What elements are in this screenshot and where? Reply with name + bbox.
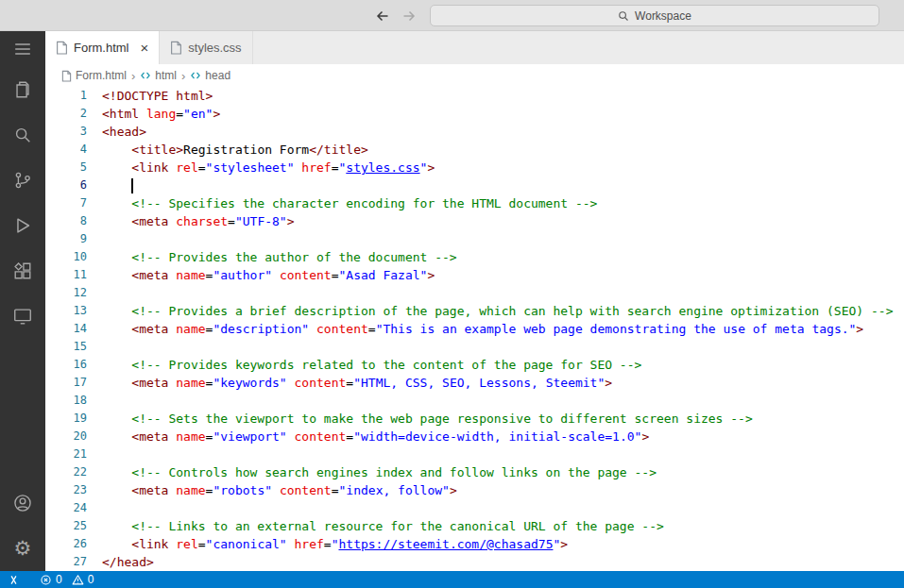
code-line[interactable]: 7 <!-- Specifies the character encoding …	[45, 194, 904, 212]
code-text: <!DOCTYPE html>	[102, 87, 213, 105]
settings-button[interactable]: ⚙	[0, 526, 45, 571]
arrow-right-icon	[401, 8, 417, 24]
remote-explorer-icon	[12, 306, 33, 327]
extensions-icon	[12, 260, 33, 281]
line-number[interactable]: 27	[45, 553, 87, 571]
code-line[interactable]: 24	[45, 499, 904, 517]
line-number[interactable]: 19	[45, 410, 87, 428]
line-number[interactable]: 2	[45, 105, 87, 123]
code-line[interactable]: 22 <!-- Controls how search engines inde…	[45, 463, 904, 481]
code-line[interactable]: 15	[45, 338, 904, 356]
code-text: <meta name="keywords" content="HTML, CSS…	[102, 374, 612, 392]
symbol-tag-icon	[190, 70, 201, 81]
workspace-search-label: Workspace	[635, 9, 691, 23]
line-number[interactable]: 9	[45, 230, 87, 248]
back-button[interactable]	[374, 8, 391, 25]
line-number[interactable]: 4	[45, 141, 87, 159]
code-line[interactable]: 12	[45, 284, 904, 302]
close-icon[interactable]: ×	[141, 41, 149, 55]
code-text: <link rel="canonical" href="https://stee…	[102, 535, 568, 553]
text-cursor	[131, 178, 133, 193]
code-line[interactable]: 13 <!-- Provides a brief description of …	[45, 302, 904, 320]
extensions-button[interactable]	[0, 248, 45, 294]
line-number[interactable]: 1	[45, 87, 87, 105]
code-text: <!-- Provides keywords related to the co…	[102, 356, 641, 374]
breadcrumb-separator: ›	[131, 69, 135, 83]
account-button[interactable]	[0, 480, 45, 526]
code-line[interactable]: 21	[45, 445, 904, 463]
code-line[interactable]: 18	[45, 392, 904, 410]
code-line[interactable]: 19 <!-- Sets the viewport to make the we…	[45, 410, 904, 428]
code-line[interactable]: 9	[45, 230, 904, 248]
code-line[interactable]: 20 <meta name="viewport" content="width=…	[45, 428, 904, 445]
line-number[interactable]: 7	[45, 194, 87, 212]
line-number[interactable]: 25	[45, 517, 87, 535]
code-line[interactable]: 3<head>	[45, 123, 904, 141]
code-text: </head>	[102, 553, 154, 571]
search-icon	[12, 125, 33, 145]
line-number[interactable]: 18	[45, 392, 87, 410]
line-number[interactable]: 10	[45, 248, 87, 266]
code-line[interactable]: 4 <title>Registration Form</title>	[45, 141, 904, 159]
tab-bar: Form.html × styles.css	[45, 31, 904, 64]
line-number[interactable]: 26	[45, 535, 87, 553]
code-area: 1<!DOCTYPE html>2<html lang="en">3<head>…	[45, 87, 904, 571]
line-number[interactable]: 6	[45, 176, 87, 194]
run-debug-button[interactable]	[0, 203, 45, 248]
breadcrumb-item-html[interactable]: html	[140, 69, 177, 82]
explorer-button[interactable]	[0, 67, 45, 112]
line-number[interactable]: 11	[45, 266, 87, 284]
line-number[interactable]: 12	[45, 284, 87, 302]
code-line[interactable]: 6	[45, 176, 904, 194]
line-number[interactable]: 13	[45, 302, 87, 320]
code-line[interactable]: 25 <!-- Links to an external resource fo…	[45, 517, 904, 535]
code-line[interactable]: 5 <link rel="stylesheet" href="styles.cs…	[45, 159, 904, 176]
code-line[interactable]: 27</head>	[45, 553, 904, 571]
code-line[interactable]: 1<!DOCTYPE html>	[45, 87, 904, 105]
search-view-button[interactable]	[0, 112, 45, 158]
line-number[interactable]: 3	[45, 123, 87, 141]
workspace-search-box[interactable]: Workspace	[430, 5, 879, 26]
code-line[interactable]: 14 <meta name="description" content="Thi…	[45, 320, 904, 338]
code-line[interactable]: 17 <meta name="keywords" content="HTML, …	[45, 374, 904, 392]
code-line[interactable]: 8 <meta charset="UTF-8">	[45, 212, 904, 230]
code-line[interactable]: 11 <meta name="author" content="Asad Faz…	[45, 266, 904, 284]
line-number[interactable]: 23	[45, 481, 87, 499]
code-line[interactable]: 10 <!-- Provides the author of the docum…	[45, 248, 904, 266]
menu-button[interactable]	[0, 31, 45, 67]
line-number[interactable]: 5	[45, 159, 87, 176]
forward-button[interactable]	[401, 8, 418, 25]
problems-panel-toggle[interactable]: 0 0	[40, 573, 99, 586]
tab-form-html[interactable]: Form.html ×	[45, 31, 160, 64]
title-bar: Workspace	[0, 0, 904, 31]
line-number[interactable]: 16	[45, 356, 87, 374]
source-control-button[interactable]	[0, 158, 45, 203]
line-number[interactable]: 8	[45, 212, 87, 230]
line-number[interactable]: 22	[45, 463, 87, 481]
warning-count: 0	[88, 573, 94, 586]
run-debug-icon	[12, 215, 33, 236]
line-number[interactable]: 20	[45, 428, 87, 445]
code-line[interactable]: 26 <link rel="canonical" href="https://s…	[45, 535, 904, 553]
line-number[interactable]: 14	[45, 320, 87, 338]
code-line[interactable]: 16 <!-- Provides keywords related to the…	[45, 356, 904, 374]
code-line[interactable]: 23 <meta name="robots" content="index, f…	[45, 481, 904, 499]
code-editor[interactable]: 1<!DOCTYPE html>2<html lang="en">3<head>…	[45, 87, 904, 571]
line-number[interactable]: 17	[45, 374, 87, 392]
code-text: <!-- Specifies the character encoding fo…	[102, 194, 597, 212]
code-text: <!-- Links to an external resource for t…	[102, 517, 664, 535]
remote-explorer-button[interactable]	[0, 294, 45, 339]
line-number[interactable]: 24	[45, 499, 87, 517]
line-number[interactable]: 15	[45, 338, 87, 356]
line-number[interactable]: 21	[45, 445, 87, 463]
code-text: <!-- Sets the viewport to make the web p…	[102, 410, 753, 428]
breadcrumb-item-head[interactable]: head	[190, 69, 230, 82]
breadcrumb-item-file[interactable]: Form.html	[61, 69, 127, 82]
code-line[interactable]: 2<html lang="en">	[45, 105, 904, 123]
tab-styles-css[interactable]: styles.css	[160, 31, 252, 64]
remote-indicator[interactable]	[0, 571, 26, 588]
code-text: <meta name="viewport" content="width=dev…	[102, 428, 649, 445]
editor-group: Form.html × styles.css Form.html › html …	[45, 31, 904, 571]
breadcrumb: Form.html › html › head	[45, 64, 904, 87]
code-text: <!-- Provides the author of the document…	[102, 248, 457, 266]
